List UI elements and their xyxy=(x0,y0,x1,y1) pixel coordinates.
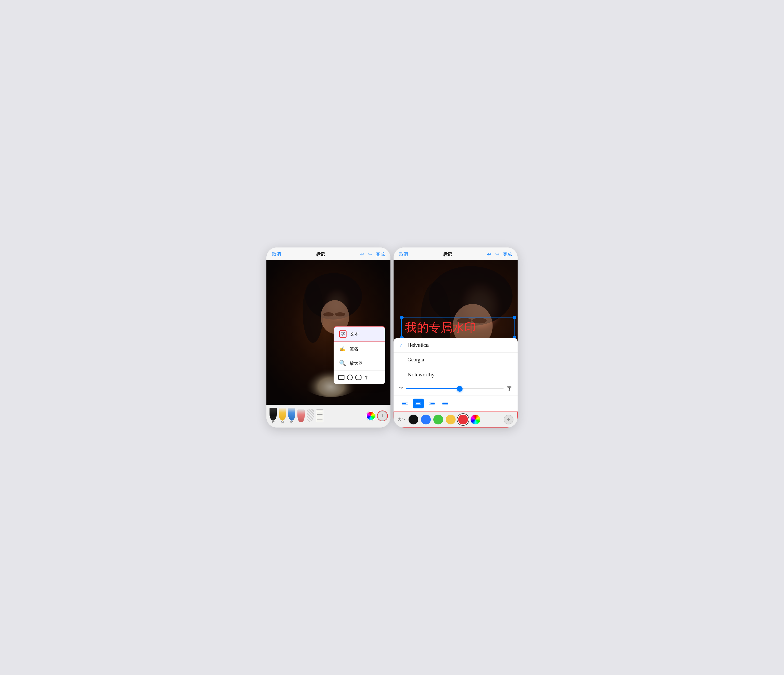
popup-text-label: 文本 xyxy=(350,331,359,337)
left-cancel-btn[interactable]: 取消 xyxy=(272,251,281,257)
svg-rect-17 xyxy=(402,403,406,404)
right-done-btn[interactable]: 完成 xyxy=(503,251,512,257)
popup-signature-item[interactable]: ✍ 签名 xyxy=(334,342,385,356)
right-add-btn[interactable]: + xyxy=(504,415,513,425)
size-large-label: 字 xyxy=(507,385,512,392)
color-black[interactable] xyxy=(409,415,418,425)
georgia-check-icon: ✓ xyxy=(399,357,404,363)
svg-rect-21 xyxy=(415,404,421,405)
align-center-btn[interactable] xyxy=(413,398,424,408)
right-color-bar: 大小 + xyxy=(394,412,518,428)
align-left-icon xyxy=(402,401,408,406)
shape-rect-icon[interactable] xyxy=(338,375,344,380)
pen-yellow-label: 80 xyxy=(281,421,284,424)
align-right-icon xyxy=(429,401,435,406)
left-top-bar: 取消 标记 ↩ ↪ 完成 xyxy=(266,247,390,260)
size-slider-row: 字 字 xyxy=(394,382,518,395)
svg-point-7 xyxy=(335,312,345,316)
font-helvetica[interactable]: ✓ Helvetica xyxy=(394,338,518,353)
color-size-label: 大小 xyxy=(398,417,405,422)
left-top-icons: ↩ ↪ 完成 xyxy=(360,251,385,257)
svg-rect-19 xyxy=(415,402,421,403)
magnifier-icon: 🔍 xyxy=(339,360,346,367)
popup-menu: 字 文本 ✍ 签名 🔍 放大器 ↗ xyxy=(334,326,385,384)
align-justify-btn[interactable] xyxy=(440,398,451,408)
color-wheel-btn[interactable] xyxy=(366,411,375,421)
right-redo-icon[interactable]: ↪ xyxy=(495,251,499,257)
redo-icon[interactable]: ↪ xyxy=(368,251,372,257)
svg-point-6 xyxy=(323,312,334,316)
right-cancel-btn[interactable]: 取消 xyxy=(399,251,408,257)
add-tool-btn[interactable]: + xyxy=(378,411,387,421)
popup-magnifier-label: 放大器 xyxy=(350,360,363,366)
shape-bubble-icon[interactable] xyxy=(355,375,361,380)
pen-stripe-shape xyxy=(307,409,314,422)
popup-signature-label: 签名 xyxy=(350,346,358,352)
right-title: 标记 xyxy=(443,251,452,257)
text-char-icon: 字 xyxy=(339,330,347,338)
svg-rect-18 xyxy=(402,404,408,405)
shape-arrow-icon[interactable]: ↗ xyxy=(362,374,370,381)
left-image-area: 字 文本 ✍ 签名 🔍 放大器 ↗ xyxy=(266,260,390,405)
pen-black-label: 97 xyxy=(272,421,274,424)
helvetica-label: Helvetica xyxy=(408,342,429,348)
watermark-text: 我的专属水印 xyxy=(405,320,476,334)
font-noteworthy[interactable]: ✓ Noteworthy xyxy=(394,367,518,382)
shape-circle-icon[interactable] xyxy=(347,375,353,380)
left-phone: 取消 标记 ↩ ↪ 完成 xyxy=(266,247,390,428)
noteworthy-label: Noteworthy xyxy=(408,371,435,378)
align-center-icon xyxy=(415,401,421,406)
tool-pen-black[interactable]: 97 xyxy=(269,407,277,424)
handle-tr[interactable] xyxy=(513,316,516,319)
right-phone: 取消 标记 ↩ ↪ 完成 xyxy=(394,247,518,428)
helvetica-check-icon: ✓ xyxy=(399,342,404,348)
svg-rect-27 xyxy=(442,404,448,405)
size-slider[interactable] xyxy=(406,388,504,389)
color-yellow[interactable] xyxy=(446,415,456,425)
align-row xyxy=(394,395,518,412)
pen-blue-shape xyxy=(288,407,296,421)
right-top-icons: ↩ ↪ 完成 xyxy=(487,251,512,257)
color-green[interactable] xyxy=(433,415,443,425)
left-title: 标记 xyxy=(316,251,325,257)
popup-magnifier-item[interactable]: 🔍 放大器 xyxy=(334,356,385,371)
ruler-shape xyxy=(316,409,323,422)
size-small-label: 字 xyxy=(399,386,403,391)
right-undo-icon[interactable]: ↩ xyxy=(487,251,492,257)
font-picker-panel: ✓ Helvetica ✓ Georgia ✓ Noteworthy 字 xyxy=(394,338,518,412)
left-toolbar: 97 80 50 xyxy=(266,405,390,428)
tool-pen-blue[interactable]: 50 xyxy=(288,407,296,424)
pen-pink-shape xyxy=(297,409,305,422)
georgia-label: Georgia xyxy=(408,357,424,363)
tool-ruler[interactable] xyxy=(316,409,323,422)
pen-yellow-shape xyxy=(279,407,286,421)
svg-rect-24 xyxy=(429,404,435,405)
popup-shapes-row: ↗ xyxy=(334,371,385,384)
watermark-selection[interactable]: 我的专属水印 xyxy=(401,317,515,338)
tool-pen-yellow[interactable]: 80 xyxy=(279,407,286,424)
tool-pen-pink[interactable] xyxy=(297,409,305,422)
slider-thumb[interactable] xyxy=(457,386,462,392)
right-top-bar: 取消 标记 ↩ ↪ 完成 xyxy=(394,247,518,260)
pen-black-shape xyxy=(269,407,277,421)
svg-point-4 xyxy=(303,281,323,343)
svg-rect-16 xyxy=(402,402,408,403)
left-done-btn[interactable]: 完成 xyxy=(376,251,385,257)
color-red[interactable] xyxy=(458,415,468,425)
svg-rect-25 xyxy=(442,402,448,403)
tool-pen-stripe[interactable] xyxy=(307,409,314,422)
color-rainbow[interactable] xyxy=(471,415,481,425)
undo-icon[interactable]: ↩ xyxy=(360,251,364,257)
svg-rect-26 xyxy=(442,403,448,404)
align-justify-icon xyxy=(442,401,448,406)
handle-tl[interactable] xyxy=(400,316,404,319)
align-left-btn[interactable] xyxy=(399,398,411,408)
popup-text-item[interactable]: 字 文本 xyxy=(334,326,385,342)
svg-rect-20 xyxy=(416,403,420,404)
color-blue[interactable] xyxy=(421,415,431,425)
font-georgia[interactable]: ✓ Georgia xyxy=(394,353,518,367)
toolbar-tools: 97 80 50 xyxy=(269,407,387,424)
noteworthy-check-icon: ✓ xyxy=(399,372,404,377)
signature-icon: ✍ xyxy=(339,346,346,352)
align-right-btn[interactable] xyxy=(426,398,437,408)
